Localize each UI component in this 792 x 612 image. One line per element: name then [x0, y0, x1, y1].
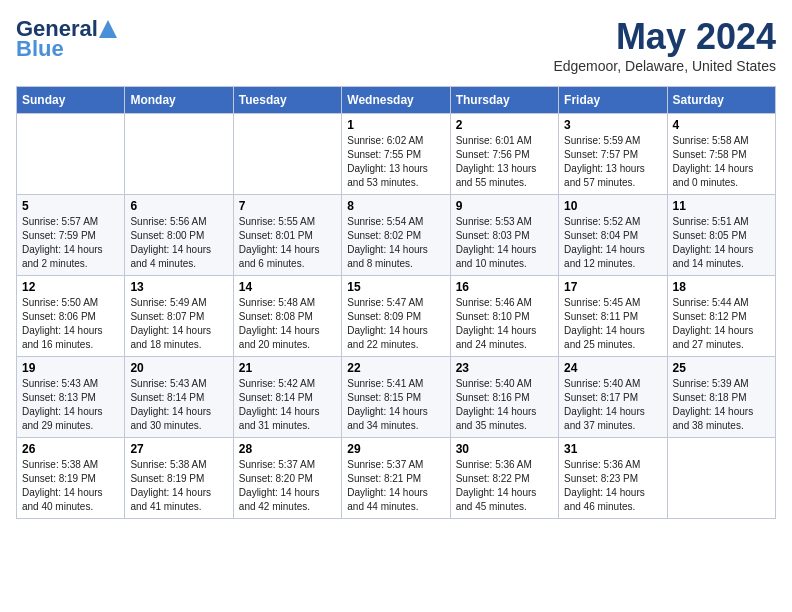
day-info: Sunrise: 5:43 AMSunset: 8:13 PMDaylight:… — [22, 377, 119, 433]
day-info: Sunrise: 5:38 AMSunset: 8:19 PMDaylight:… — [22, 458, 119, 514]
day-info: Sunrise: 5:57 AMSunset: 7:59 PMDaylight:… — [22, 215, 119, 271]
day-info: Sunrise: 5:44 AMSunset: 8:12 PMDaylight:… — [673, 296, 770, 352]
calendar-cell: 12Sunrise: 5:50 AMSunset: 8:06 PMDayligh… — [17, 276, 125, 357]
calendar-cell: 11Sunrise: 5:51 AMSunset: 8:05 PMDayligh… — [667, 195, 775, 276]
weekday-header-tuesday: Tuesday — [233, 87, 341, 114]
calendar-cell: 27Sunrise: 5:38 AMSunset: 8:19 PMDayligh… — [125, 438, 233, 519]
day-info: Sunrise: 5:54 AMSunset: 8:02 PMDaylight:… — [347, 215, 444, 271]
day-number: 19 — [22, 361, 119, 375]
weekday-header-friday: Friday — [559, 87, 667, 114]
month-year-title: May 2024 — [553, 16, 776, 58]
calendar-cell: 17Sunrise: 5:45 AMSunset: 8:11 PMDayligh… — [559, 276, 667, 357]
weekday-header-thursday: Thursday — [450, 87, 558, 114]
day-number: 2 — [456, 118, 553, 132]
day-number: 24 — [564, 361, 661, 375]
day-info: Sunrise: 5:39 AMSunset: 8:18 PMDaylight:… — [673, 377, 770, 433]
day-info: Sunrise: 5:59 AMSunset: 7:57 PMDaylight:… — [564, 134, 661, 190]
calendar-cell: 19Sunrise: 5:43 AMSunset: 8:13 PMDayligh… — [17, 357, 125, 438]
day-number: 1 — [347, 118, 444, 132]
day-info: Sunrise: 5:49 AMSunset: 8:07 PMDaylight:… — [130, 296, 227, 352]
calendar-cell: 6Sunrise: 5:56 AMSunset: 8:00 PMDaylight… — [125, 195, 233, 276]
day-info: Sunrise: 5:51 AMSunset: 8:05 PMDaylight:… — [673, 215, 770, 271]
calendar-cell: 22Sunrise: 5:41 AMSunset: 8:15 PMDayligh… — [342, 357, 450, 438]
day-number: 27 — [130, 442, 227, 456]
calendar-cell: 7Sunrise: 5:55 AMSunset: 8:01 PMDaylight… — [233, 195, 341, 276]
day-number: 16 — [456, 280, 553, 294]
calendar-week-row: 1Sunrise: 6:02 AMSunset: 7:55 PMDaylight… — [17, 114, 776, 195]
calendar-cell: 4Sunrise: 5:58 AMSunset: 7:58 PMDaylight… — [667, 114, 775, 195]
day-number: 4 — [673, 118, 770, 132]
day-info: Sunrise: 5:40 AMSunset: 8:17 PMDaylight:… — [564, 377, 661, 433]
day-number: 5 — [22, 199, 119, 213]
calendar-cell: 5Sunrise: 5:57 AMSunset: 7:59 PMDaylight… — [17, 195, 125, 276]
day-number: 21 — [239, 361, 336, 375]
day-info: Sunrise: 5:45 AMSunset: 8:11 PMDaylight:… — [564, 296, 661, 352]
calendar-cell — [17, 114, 125, 195]
calendar-cell: 1Sunrise: 6:02 AMSunset: 7:55 PMDaylight… — [342, 114, 450, 195]
calendar-cell: 16Sunrise: 5:46 AMSunset: 8:10 PMDayligh… — [450, 276, 558, 357]
logo: General Blue — [16, 16, 117, 60]
calendar-cell: 3Sunrise: 5:59 AMSunset: 7:57 PMDaylight… — [559, 114, 667, 195]
calendar-week-row: 5Sunrise: 5:57 AMSunset: 7:59 PMDaylight… — [17, 195, 776, 276]
day-info: Sunrise: 5:48 AMSunset: 8:08 PMDaylight:… — [239, 296, 336, 352]
page-header: General Blue May 2024 Edgemoor, Delaware… — [16, 16, 776, 74]
calendar-cell: 24Sunrise: 5:40 AMSunset: 8:17 PMDayligh… — [559, 357, 667, 438]
calendar-table: SundayMondayTuesdayWednesdayThursdayFrid… — [16, 86, 776, 519]
day-number: 28 — [239, 442, 336, 456]
day-info: Sunrise: 5:40 AMSunset: 8:16 PMDaylight:… — [456, 377, 553, 433]
day-number: 9 — [456, 199, 553, 213]
day-number: 18 — [673, 280, 770, 294]
calendar-cell: 21Sunrise: 5:42 AMSunset: 8:14 PMDayligh… — [233, 357, 341, 438]
weekday-header-row: SundayMondayTuesdayWednesdayThursdayFrid… — [17, 87, 776, 114]
calendar-cell: 26Sunrise: 5:38 AMSunset: 8:19 PMDayligh… — [17, 438, 125, 519]
calendar-cell: 10Sunrise: 5:52 AMSunset: 8:04 PMDayligh… — [559, 195, 667, 276]
day-number: 10 — [564, 199, 661, 213]
calendar-cell: 20Sunrise: 5:43 AMSunset: 8:14 PMDayligh… — [125, 357, 233, 438]
day-info: Sunrise: 5:42 AMSunset: 8:14 PMDaylight:… — [239, 377, 336, 433]
calendar-cell — [233, 114, 341, 195]
day-number: 29 — [347, 442, 444, 456]
calendar-cell — [125, 114, 233, 195]
day-number: 6 — [130, 199, 227, 213]
svg-marker-0 — [99, 20, 117, 38]
calendar-cell: 30Sunrise: 5:36 AMSunset: 8:22 PMDayligh… — [450, 438, 558, 519]
weekday-header-saturday: Saturday — [667, 87, 775, 114]
logo-triangle-icon — [99, 20, 117, 38]
day-info: Sunrise: 5:37 AMSunset: 8:21 PMDaylight:… — [347, 458, 444, 514]
logo-blue: Blue — [16, 38, 64, 60]
day-info: Sunrise: 5:56 AMSunset: 8:00 PMDaylight:… — [130, 215, 227, 271]
calendar-cell: 18Sunrise: 5:44 AMSunset: 8:12 PMDayligh… — [667, 276, 775, 357]
calendar-cell: 8Sunrise: 5:54 AMSunset: 8:02 PMDaylight… — [342, 195, 450, 276]
calendar-cell: 29Sunrise: 5:37 AMSunset: 8:21 PMDayligh… — [342, 438, 450, 519]
day-number: 7 — [239, 199, 336, 213]
day-info: Sunrise: 5:55 AMSunset: 8:01 PMDaylight:… — [239, 215, 336, 271]
weekday-header-wednesday: Wednesday — [342, 87, 450, 114]
day-info: Sunrise: 5:43 AMSunset: 8:14 PMDaylight:… — [130, 377, 227, 433]
title-section: May 2024 Edgemoor, Delaware, United Stat… — [553, 16, 776, 74]
day-info: Sunrise: 6:01 AMSunset: 7:56 PMDaylight:… — [456, 134, 553, 190]
calendar-cell: 28Sunrise: 5:37 AMSunset: 8:20 PMDayligh… — [233, 438, 341, 519]
day-number: 11 — [673, 199, 770, 213]
day-number: 23 — [456, 361, 553, 375]
day-number: 15 — [347, 280, 444, 294]
day-number: 25 — [673, 361, 770, 375]
day-info: Sunrise: 5:46 AMSunset: 8:10 PMDaylight:… — [456, 296, 553, 352]
day-info: Sunrise: 5:50 AMSunset: 8:06 PMDaylight:… — [22, 296, 119, 352]
day-number: 20 — [130, 361, 227, 375]
calendar-cell: 23Sunrise: 5:40 AMSunset: 8:16 PMDayligh… — [450, 357, 558, 438]
calendar-cell: 2Sunrise: 6:01 AMSunset: 7:56 PMDaylight… — [450, 114, 558, 195]
weekday-header-sunday: Sunday — [17, 87, 125, 114]
calendar-cell: 9Sunrise: 5:53 AMSunset: 8:03 PMDaylight… — [450, 195, 558, 276]
day-info: Sunrise: 5:36 AMSunset: 8:22 PMDaylight:… — [456, 458, 553, 514]
calendar-cell — [667, 438, 775, 519]
calendar-cell: 31Sunrise: 5:36 AMSunset: 8:23 PMDayligh… — [559, 438, 667, 519]
day-info: Sunrise: 5:41 AMSunset: 8:15 PMDaylight:… — [347, 377, 444, 433]
day-info: Sunrise: 5:58 AMSunset: 7:58 PMDaylight:… — [673, 134, 770, 190]
calendar-week-row: 12Sunrise: 5:50 AMSunset: 8:06 PMDayligh… — [17, 276, 776, 357]
day-info: Sunrise: 5:36 AMSunset: 8:23 PMDaylight:… — [564, 458, 661, 514]
day-info: Sunrise: 6:02 AMSunset: 7:55 PMDaylight:… — [347, 134, 444, 190]
day-number: 22 — [347, 361, 444, 375]
calendar-cell: 15Sunrise: 5:47 AMSunset: 8:09 PMDayligh… — [342, 276, 450, 357]
day-number: 26 — [22, 442, 119, 456]
location-subtitle: Edgemoor, Delaware, United States — [553, 58, 776, 74]
